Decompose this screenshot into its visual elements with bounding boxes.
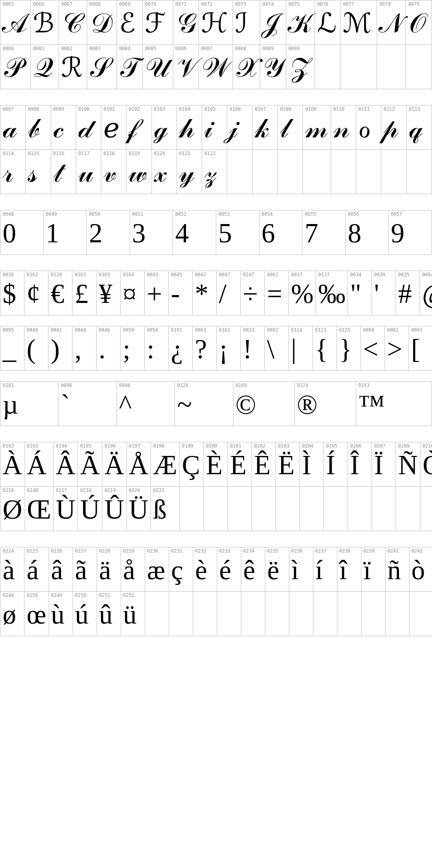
glyph-cell	[385, 592, 409, 636]
cell-character: À	[3, 450, 22, 480]
glyph-cell: 0202Ê	[252, 442, 276, 487]
cell-code: 0106	[229, 107, 250, 112]
cell-character: 𝒿	[229, 113, 250, 143]
cell-character: ,	[75, 334, 94, 364]
glyph-cell: 0210Ò	[420, 442, 432, 487]
cell-code: 0094	[119, 383, 172, 389]
cell-character: 𝓋	[103, 158, 124, 187]
cell-character: ä	[99, 555, 119, 585]
cell-code: 0119	[129, 151, 149, 157]
glyph-cell: 0102𝒻	[126, 105, 151, 150]
cell-character: ¥	[99, 279, 118, 309]
glyph-cell: 0225á	[25, 547, 49, 592]
cell-code: 0105	[204, 107, 225, 112]
cell-code: 0235	[267, 548, 287, 554]
glyph-cell: 0046.	[97, 326, 121, 371]
cell-code: 0201	[230, 443, 249, 449]
cell-character: ™	[358, 390, 429, 419]
cell-code: 0110	[333, 107, 354, 112]
cell-code: 0099	[53, 107, 74, 112]
cell-character: ℴ	[358, 113, 379, 143]
glyph-cell: 0229å	[121, 547, 145, 592]
glyph-cell: 0067𝒞	[59, 1, 87, 45]
cell-code: 0219	[104, 488, 124, 494]
cell-character: 8	[348, 218, 387, 248]
cell-code: 0042	[195, 272, 214, 278]
cell-code: 0104	[179, 107, 200, 112]
glyph-cell: 0045-	[169, 271, 193, 315]
glyph-cell: 0192À	[1, 442, 25, 487]
cell-character: %	[291, 279, 313, 309]
glyph-cell: 0231ç	[169, 547, 193, 592]
glyph-cell: 0128€	[49, 271, 73, 315]
cell-character: ℬ	[33, 8, 56, 38]
cell-code: 0074	[262, 2, 284, 7]
cell-character: ~	[177, 390, 230, 419]
glyph-cell	[406, 150, 432, 194]
glyph-cell: 0058:	[145, 326, 169, 371]
glyph-cell: 0227ã	[73, 547, 97, 592]
cell-character: ℐ	[235, 8, 258, 38]
glyph-cell: 0059;	[121, 326, 145, 371]
cell-character: 𝒻	[129, 113, 149, 143]
cell-character: |	[291, 334, 310, 364]
cell-character: 𝒯	[119, 53, 141, 83]
cell-character: =	[267, 279, 286, 309]
cell-character: µ	[3, 390, 56, 419]
cell-character: ò	[412, 555, 431, 585]
cell-code: 0064	[422, 272, 432, 278]
glyph-cell	[313, 592, 337, 636]
cell-code: 0247	[243, 272, 262, 278]
cell-code: 0193	[27, 443, 51, 449]
cell-code: 0085	[145, 46, 170, 52]
glyph-cell: 0235ë	[265, 547, 289, 592]
cell-code: 0232	[195, 548, 215, 554]
table-row: 0095_0040(0041)0044,0046.0059;0058:0191¿…	[1, 326, 433, 371]
cell-character: ¢	[27, 279, 46, 309]
glyph-cell: 0121𝓎	[177, 150, 202, 194]
cell-character: æ	[147, 555, 167, 585]
glyph-cell: 0101ℯ	[101, 105, 126, 150]
cell-code: 0226	[51, 548, 71, 554]
glyph-cell: 0105𝒾	[202, 105, 227, 150]
glyph-cell: 0066ℬ	[31, 1, 59, 45]
cell-code: 0083	[89, 46, 114, 52]
glyph-cell: 0075𝒦	[286, 1, 315, 45]
cell-code: 0194	[56, 443, 76, 449]
cell-code: 0079	[408, 2, 429, 7]
cell-code: 0068	[89, 2, 114, 7]
cell-code: 0109	[305, 107, 329, 112]
cell-character: 7	[305, 218, 343, 248]
glyph-cell: 0113𝓆	[406, 105, 432, 150]
cell-character: !	[243, 334, 262, 364]
cell-character: _	[3, 334, 22, 364]
glyph-cell	[406, 45, 432, 89]
cell-code: 0198	[153, 443, 177, 449]
cell-code: 0048	[3, 212, 41, 217]
glyph-cell: 0084𝒯	[116, 45, 143, 89]
glyph-cell: 00491	[43, 210, 87, 255]
glyph-cell: 0110𝓃	[331, 105, 356, 150]
cell-code: 0234	[243, 548, 263, 554]
glyph-cell: 00502	[87, 210, 130, 255]
cell-character: 3	[132, 218, 171, 248]
cell-character: ¿	[171, 334, 190, 364]
cell-code: 0043	[147, 272, 166, 278]
glyph-cell: 0238î	[337, 547, 361, 592]
cell-character: ú	[75, 600, 95, 629]
cell-character: 𝓃	[333, 113, 354, 143]
cell-character: €	[51, 279, 70, 309]
cell-character: }	[339, 334, 358, 364]
glyph-cell: 0163£	[73, 271, 97, 315]
cell-character: 𝒜	[3, 8, 28, 38]
glyph-cell: 0207Ï	[372, 442, 396, 487]
glyph-table: 0036$0162¢0128€0163£0165¥0164¤0043+0045-…	[0, 271, 432, 315]
glyph-cell: 0072ℋ	[199, 1, 233, 45]
glyph-table: 0048000491005020051300524005350054600557…	[0, 210, 432, 255]
glyph-cell: 0174®	[295, 382, 356, 426]
glyph-cell	[356, 150, 381, 194]
glyph-cell: 0061=	[265, 271, 289, 315]
glyph-cell: 0197Å	[126, 442, 151, 487]
glyph-cell: 0070ℱ	[143, 1, 173, 45]
cell-code: 0062	[387, 327, 406, 333]
